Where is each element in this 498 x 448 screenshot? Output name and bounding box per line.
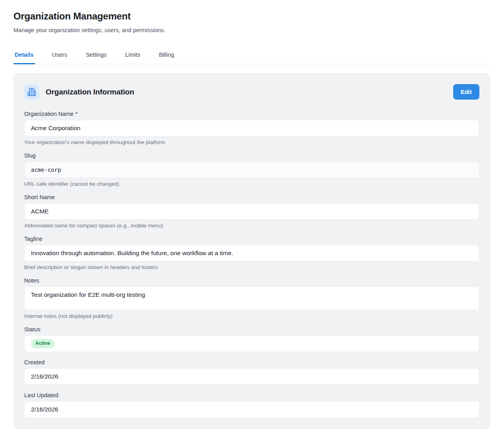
organization-name-input[interactable]: Acme Corporation bbox=[24, 120, 479, 137]
created-value: 2/16/2026 bbox=[24, 368, 479, 385]
organization-management-page: Organization Management Manage your orga… bbox=[0, 0, 498, 435]
last-updated-label: Last Updated bbox=[24, 392, 479, 398]
tab-details[interactable]: Details bbox=[13, 52, 35, 64]
edit-button[interactable]: Edit bbox=[453, 84, 479, 100]
field-notes: Notes Test organization for E2E multi-or… bbox=[24, 277, 479, 319]
page-subtitle: Manage your organization settings, users… bbox=[13, 27, 490, 33]
short-name-input[interactable]: ACME bbox=[24, 203, 479, 220]
tab-users[interactable]: Users bbox=[51, 52, 69, 64]
field-short-name: Short Name ACME Abbreviated name for com… bbox=[24, 194, 479, 229]
slug-helper: URL-safe identifier (cannot be changed) bbox=[24, 181, 479, 187]
card-title: Organization Information bbox=[46, 88, 134, 96]
card-header: Organization Information Edit bbox=[24, 84, 479, 100]
status-label: Status bbox=[24, 326, 479, 333]
tab-limits[interactable]: Limits bbox=[124, 52, 142, 64]
field-organization-name: Organization Name * Acme Corporation You… bbox=[24, 111, 479, 145]
field-status: Status Active bbox=[24, 326, 479, 352]
status-box: Active bbox=[24, 335, 479, 352]
field-slug: Slug acme-corp URL-safe identifier (cann… bbox=[24, 152, 479, 187]
short-name-helper: Abbreviated name for compact spaces (e.g… bbox=[24, 223, 479, 229]
tab-bar: Details Users Settings Limits Billing bbox=[13, 52, 490, 64]
slug-label: Slug bbox=[24, 152, 479, 159]
slug-input: acme-corp bbox=[24, 162, 479, 178]
status-badge: Active bbox=[31, 339, 55, 348]
field-tagline: Tagline Innovation through automation. B… bbox=[24, 236, 479, 270]
tagline-label: Tagline bbox=[24, 236, 479, 242]
created-label: Created bbox=[24, 359, 479, 365]
organization-information-card: Organization Information Edit Organizati… bbox=[13, 73, 490, 429]
notes-label: Notes bbox=[24, 277, 479, 284]
field-created: Created 2/16/2026 bbox=[24, 359, 479, 385]
tab-settings[interactable]: Settings bbox=[84, 52, 107, 64]
tagline-input[interactable]: Innovation through automation. Building … bbox=[24, 245, 479, 261]
field-last-updated: Last Updated 2/16/2026 bbox=[24, 392, 479, 418]
organization-name-label: Organization Name * bbox=[24, 111, 479, 117]
building-icon bbox=[24, 85, 39, 100]
tab-billing[interactable]: Billing bbox=[158, 52, 176, 64]
organization-name-helper: Your organization's name displayed throu… bbox=[24, 139, 479, 145]
notes-textarea[interactable]: Test organization for E2E multi-org test… bbox=[24, 286, 479, 310]
last-updated-value: 2/16/2026 bbox=[24, 401, 479, 418]
tagline-helper: Brief description or slogan shown in hea… bbox=[24, 264, 479, 270]
notes-helper: Internal notes (not displayed publicly) bbox=[24, 313, 479, 319]
page-title: Organization Management bbox=[13, 11, 490, 22]
short-name-label: Short Name bbox=[24, 194, 479, 200]
